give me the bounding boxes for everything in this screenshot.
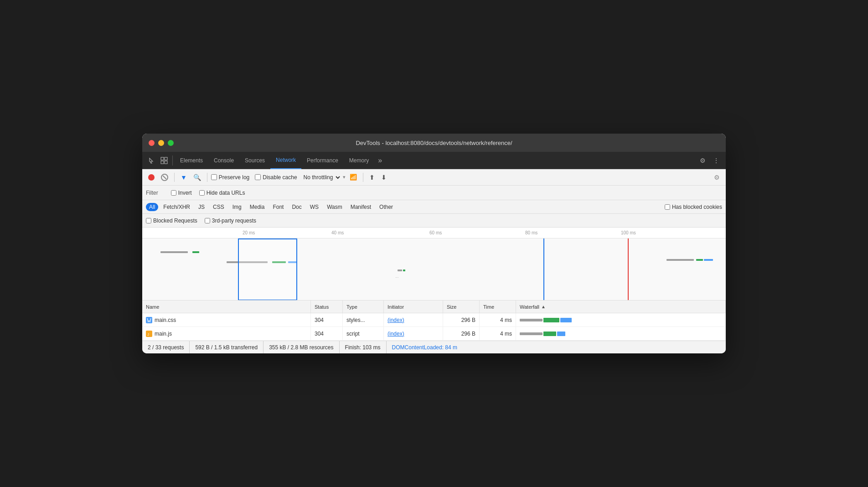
type-btn-doc[interactable]: Doc — [289, 203, 305, 211]
td-size-css: 296 B — [443, 313, 480, 326]
table-row[interactable]: J main.js 304 script (index) 296 B 4 ms — [142, 327, 726, 341]
has-blocked-cookies-checkbox[interactable] — [665, 204, 670, 210]
tab-performance[interactable]: Performance — [301, 152, 344, 169]
type-btn-img[interactable]: Img — [229, 203, 245, 211]
tab-memory[interactable]: Memory — [344, 152, 374, 169]
type-btn-font[interactable]: Font — [269, 203, 287, 211]
cursor-icon[interactable] — [146, 155, 158, 166]
wifi-button[interactable]: 📶 — [347, 172, 359, 182]
record-button[interactable] — [146, 172, 157, 182]
type-btn-media[interactable]: Media — [247, 203, 268, 211]
tab-network[interactable]: Network — [270, 152, 301, 169]
search-button[interactable]: 🔍 — [191, 172, 203, 183]
waterfall-selected-region[interactable] — [238, 238, 297, 300]
tick-40ms: 40 ms — [331, 230, 344, 235]
clear-button[interactable] — [159, 172, 170, 183]
td-name-css: main.css — [142, 313, 311, 326]
waterfall-bar-css — [520, 317, 722, 323]
wf-bar-4b — [696, 259, 703, 261]
preserve-log-label[interactable]: Preserve log — [211, 174, 249, 181]
tick-20ms: 20 ms — [243, 230, 255, 235]
th-name[interactable]: Name — [142, 300, 311, 313]
blocked-requests-label[interactable]: Blocked Requests — [146, 218, 197, 224]
table-row[interactable]: main.css 304 styles... (index) 296 B 4 m… — [142, 313, 726, 327]
wf-bar-1b — [192, 251, 199, 253]
tab-separator — [172, 155, 173, 166]
disable-cache-label[interactable]: Disable cache — [255, 174, 297, 181]
wf-green-css — [543, 318, 559, 322]
waterfall-overview[interactable]: 20 ms 40 ms 60 ms 80 ms 100 ms . — [142, 228, 726, 300]
type-btn-manifest[interactable]: Manifest — [347, 203, 374, 211]
wf-gray-css — [520, 319, 542, 321]
blocked-requests-checkbox[interactable] — [146, 218, 151, 223]
js-file-icon: J — [146, 331, 152, 337]
th-time[interactable]: Time — [480, 300, 516, 313]
third-party-checkbox[interactable] — [205, 218, 210, 223]
type-btn-all[interactable]: All — [146, 203, 158, 211]
statusbar-finish: Finish: 103 ms — [340, 341, 387, 353]
network-settings-button[interactable]: ⚙ — [712, 172, 722, 183]
td-status-css: 304 — [311, 313, 343, 326]
td-waterfall-css — [516, 313, 726, 326]
disable-cache-checkbox[interactable] — [255, 174, 261, 180]
devtools-tabbar: Elements Console Sources Network Perform… — [142, 152, 726, 169]
throttle-control: No throttling ▾ — [301, 174, 346, 181]
wf-gray-js — [520, 332, 542, 335]
minimize-button[interactable] — [158, 140, 164, 146]
settings-icon[interactable]: ⚙ — [697, 155, 708, 166]
toolbar-sep-2 — [207, 173, 207, 182]
initiator-link-css[interactable]: (index) — [388, 317, 404, 323]
hide-data-urls-label[interactable]: Hide data URLs — [199, 190, 245, 196]
statusbar-domloaded: DOMContentLoaded: 84 m — [387, 344, 463, 351]
import-button[interactable]: ⬆ — [367, 172, 377, 183]
wf-bar-1a — [160, 251, 188, 253]
td-waterfall-js — [516, 327, 726, 340]
tab-elements[interactable]: Elements — [175, 152, 208, 169]
th-size[interactable]: Size — [443, 300, 480, 313]
domcontentloaded-line — [543, 238, 544, 300]
svg-rect-2 — [161, 161, 164, 164]
third-party-label[interactable]: 3rd-party requests — [205, 218, 256, 224]
initiator-link-js[interactable]: (index) — [388, 331, 404, 337]
type-btn-fetch[interactable]: Fetch/XHR — [160, 203, 193, 211]
time-axis: 20 ms 40 ms 60 ms 80 ms 100 ms — [142, 228, 726, 238]
upload-icon: ⬆ — [369, 174, 375, 181]
statusbar: 2 / 33 requests 592 B / 1.5 kB transferr… — [142, 341, 726, 353]
wf-bar-3a — [398, 269, 402, 271]
search-icon: 🔍 — [193, 174, 201, 181]
wf-bar-4c — [704, 259, 713, 261]
more-tabs-button[interactable]: » — [374, 156, 386, 165]
hide-data-urls-checkbox[interactable] — [199, 190, 205, 196]
type-btn-css[interactable]: CSS — [210, 203, 227, 211]
type-btn-js[interactable]: JS — [195, 203, 208, 211]
filter-button[interactable]: ▼ — [178, 172, 189, 183]
throttle-select[interactable]: No throttling — [301, 174, 341, 181]
invert-label[interactable]: Invert — [171, 190, 192, 196]
more-options-icon[interactable]: ⋮ — [710, 155, 722, 166]
tab-right-actions: ⚙ ⋮ — [697, 155, 722, 166]
svg-rect-1 — [165, 157, 167, 160]
type-btn-wasm[interactable]: Wasm — [324, 203, 346, 211]
export-button[interactable]: ⬇ — [379, 172, 389, 183]
table-header: Name Status Type Initiator Size Time Wat… — [142, 300, 726, 313]
tab-sources[interactable]: Sources — [239, 152, 270, 169]
th-initiator[interactable]: Initiator — [384, 300, 443, 313]
has-blocked-cookies-label[interactable]: Has blocked cookies — [665, 204, 722, 210]
tab-console[interactable]: Console — [208, 152, 239, 169]
inspect-icon[interactable] — [158, 155, 170, 166]
close-button[interactable] — [149, 140, 155, 146]
css-file-icon — [146, 317, 152, 323]
maximize-button[interactable] — [168, 140, 174, 146]
invert-checkbox[interactable] — [171, 190, 176, 196]
th-status[interactable]: Status — [311, 300, 343, 313]
toolbar-right: ⚙ — [712, 172, 722, 183]
preserve-log-checkbox[interactable] — [211, 174, 217, 180]
svg-rect-0 — [161, 157, 164, 160]
statusbar-transferred: 592 B / 1.5 kB transferred — [190, 341, 264, 353]
th-waterfall[interactable]: Waterfall ▲ — [516, 300, 726, 313]
sort-asc-icon: ▲ — [541, 304, 546, 309]
type-btn-ws[interactable]: WS — [307, 203, 322, 211]
filter-row: Filter Invert Hide data URLs — [142, 186, 726, 200]
type-btn-other[interactable]: Other — [376, 203, 396, 211]
th-type[interactable]: Type — [343, 300, 384, 313]
